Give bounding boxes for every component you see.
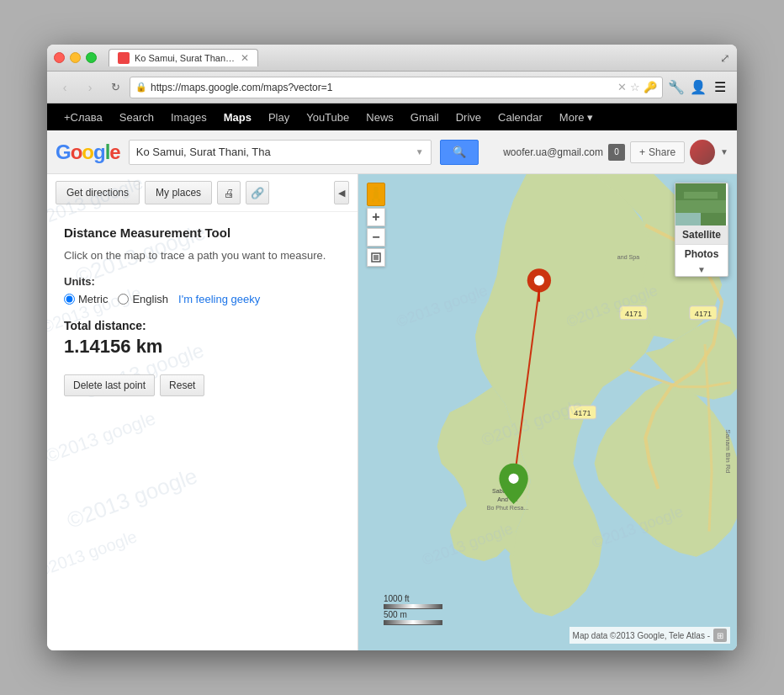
expand-window-button[interactable]: ⤢ [720, 51, 730, 65]
action-buttons: Delete last point Reset [64, 374, 341, 396]
collapse-icon: ◀ [338, 188, 345, 199]
nav-drive[interactable]: Drive [448, 103, 490, 130]
svg-rect-26 [378, 199, 380, 202]
attribution-expand-button[interactable]: ⊞ [713, 629, 727, 642]
nav-youtube[interactable]: YouTube [298, 103, 358, 130]
maximize-window-button[interactable] [86, 52, 97, 63]
scale-label-m: 500 m [384, 610, 407, 619]
collapse-panel-button[interactable]: ◀ [334, 181, 349, 204]
scale-line: 1000 ft 500 m [384, 594, 442, 625]
total-distance-label: Total distance: [64, 319, 341, 332]
back-button[interactable]: ‹ [54, 77, 76, 98]
share-plus-icon: + [639, 146, 645, 158]
scale-row-ft: 1000 ft [384, 594, 442, 603]
map-attribution: Map data ©2013 Google, Tele Atlas - ⊞ [569, 627, 730, 644]
metric-radio[interactable] [64, 294, 75, 305]
nav-icons-right: 🔧 👤 ☰ [666, 77, 730, 98]
my-places-button[interactable]: My places [145, 181, 212, 204]
tab-close-button[interactable]: ✕ [241, 52, 249, 64]
lock-icon: 🔒 [135, 82, 147, 93]
metric-option[interactable]: Metric [64, 293, 108, 305]
nav-slava[interactable]: +Слава [56, 103, 111, 130]
svg-point-23 [373, 187, 379, 192]
title-bar: Ko Samui, Surat Thani, Thai... ✕ ⤢ [47, 45, 737, 72]
zoom-in-button[interactable]: + [367, 208, 385, 226]
nav-search[interactable]: Search [111, 103, 162, 130]
nav-maps[interactable]: Maps [215, 103, 260, 130]
english-label: English [132, 293, 168, 305]
nav-images[interactable]: Images [162, 103, 215, 130]
svg-rect-28 [373, 255, 379, 260]
feeling-geeky-link[interactable]: I'm feeling geeky [178, 293, 260, 305]
map-type-box: Satellite Photos ▼ [675, 183, 728, 277]
print-icon: 🖨 [224, 187, 235, 199]
user-area: woofer.ua@gmail.com 0 + Share ▼ [503, 140, 728, 165]
link-button[interactable]: 🔗 [246, 181, 269, 204]
bookmark-icon[interactable]: ☆ [630, 81, 640, 93]
tool-title: Distance Measurement Tool [64, 225, 341, 240]
print-button[interactable]: 🖨 [217, 181, 241, 204]
google-toolbar: +Слава Search Images Maps Play YouTube N… [47, 103, 737, 130]
user-dropdown-icon[interactable]: ▼ [720, 147, 728, 157]
wrench-icon[interactable]: 🔧 [666, 77, 686, 98]
map-area[interactable]: 4171 4171 4171 Sanam Bin Rd Saboey R... … [358, 174, 737, 650]
zoom-to-street-button[interactable] [367, 248, 385, 267]
units-row: Metric English I'm feeling geeky [64, 293, 341, 305]
menu-icon[interactable]: ☰ [710, 77, 730, 98]
metric-label: Metric [78, 293, 108, 305]
scale-row-m: 500 m [384, 610, 442, 619]
english-radio[interactable] [118, 294, 129, 305]
x-icon[interactable]: ✕ [617, 81, 627, 93]
forward-button[interactable]: › [79, 77, 101, 98]
address-icons: ✕ ☆ 🔑 [617, 81, 657, 93]
reset-button[interactable]: Reset [160, 374, 204, 396]
map-type-arrow[interactable]: ▼ [675, 263, 728, 276]
tool-description: Click on the map to trace a path you wan… [64, 248, 341, 263]
address-bar[interactable]: 🔒 https://maps.google.com/maps?vector=1 … [130, 77, 663, 98]
refresh-button[interactable]: ↻ [104, 77, 126, 98]
pegman-button[interactable] [367, 183, 385, 206]
english-option[interactable]: English [118, 293, 168, 305]
nav-more[interactable]: More ▾ [551, 103, 601, 130]
map-type-thumbnail[interactable] [675, 183, 726, 225]
close-window-button[interactable] [54, 52, 65, 63]
share-button[interactable]: + Share [630, 141, 685, 163]
main-content: ©2013 google ©2013 google ©2013 google ©… [47, 174, 737, 650]
nav-gmail[interactable]: Gmail [402, 103, 448, 130]
svg-text:4171: 4171 [695, 310, 712, 318]
minimize-window-button[interactable] [70, 52, 81, 63]
search-button[interactable]: 🔍 [440, 140, 479, 165]
notification-badge[interactable]: 0 [608, 144, 625, 161]
user-email: woofer.ua@gmail.com [503, 146, 603, 158]
units-section: Units: Metric English I'm feeling geeky [64, 275, 341, 305]
total-distance-value: 1.14156 km [64, 336, 341, 358]
search-input-text: Ko Samui, Surat Thani, Tha [136, 146, 412, 158]
left-panel: ©2013 google ©2013 google ©2013 google ©… [47, 174, 358, 650]
delete-last-point-button[interactable]: Delete last point [64, 374, 155, 396]
nav-news[interactable]: News [358, 103, 402, 130]
google-logo: Google [56, 141, 120, 164]
satellite-button[interactable]: Satellite [675, 225, 728, 244]
scale-label-ft: 1000 ft [384, 594, 410, 603]
user-icon[interactable]: 👤 [688, 77, 708, 98]
search-dropdown-icon[interactable]: ▼ [416, 147, 424, 157]
search-input-wrap[interactable]: Ko Samui, Surat Thani, Tha ▼ [129, 140, 432, 165]
svg-rect-25 [372, 199, 374, 202]
nav-calendar[interactable]: Calendar [490, 103, 551, 130]
zoom-out-button[interactable]: − [367, 228, 385, 247]
browser-window: Ko Samui, Surat Thani, Thai... ✕ ⤢ ‹ › ↻… [47, 45, 737, 650]
nav-play[interactable]: Play [260, 103, 298, 130]
get-directions-button[interactable]: Get directions [56, 181, 140, 204]
search-bar: Google Ko Samui, Surat Thani, Tha ▼ 🔍 wo… [47, 130, 737, 174]
panel-toolbar: Get directions My places 🖨 🔗 ◀ [47, 174, 358, 212]
key-icon[interactable]: 🔑 [644, 81, 657, 93]
map-controls: + − [367, 183, 385, 267]
svg-text:4171: 4171 [625, 310, 642, 318]
svg-text:Sanam Bin Rd: Sanam Bin Rd [724, 429, 732, 473]
link-icon: 🔗 [251, 187, 264, 199]
photos-button[interactable]: Photos [675, 245, 728, 263]
active-tab[interactable]: Ko Samui, Surat Thani, Thai... ✕ [109, 49, 258, 66]
svg-point-22 [509, 474, 519, 484]
svg-point-19 [534, 275, 544, 285]
user-avatar[interactable] [690, 140, 715, 165]
